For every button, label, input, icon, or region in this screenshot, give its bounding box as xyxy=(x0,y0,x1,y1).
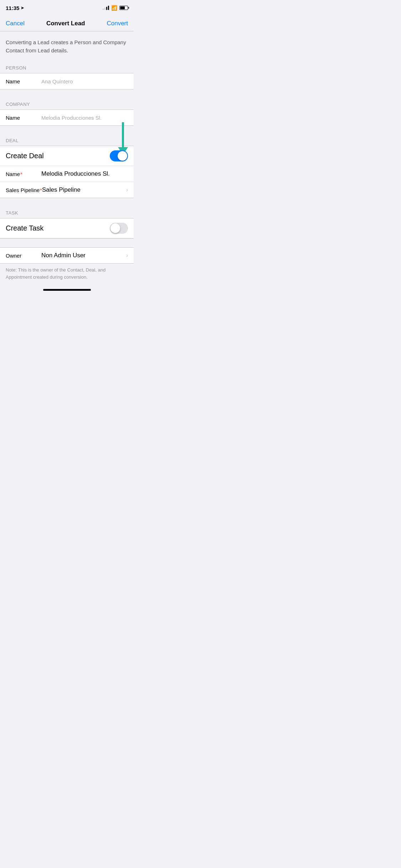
status-bar: 11:35 ➤ 📶 xyxy=(0,0,134,16)
person-name-label: Name xyxy=(6,78,41,84)
person-name-row: Name Ana Quintero xyxy=(0,73,134,89)
home-bar xyxy=(43,289,91,291)
deal-card: Create Deal Name Melodia Producciones Sl… xyxy=(0,146,134,198)
section-gap-4 xyxy=(0,239,134,247)
person-section-header: PERSON xyxy=(0,62,134,73)
create-deal-row: Create Deal xyxy=(0,146,134,166)
signal-icon xyxy=(103,6,109,10)
owner-card: Owner Non Admin User › xyxy=(0,247,134,264)
home-indicator xyxy=(0,286,134,292)
section-gap-3 xyxy=(0,198,134,207)
location-icon: ➤ xyxy=(21,6,24,10)
owner-value: Non Admin User xyxy=(41,252,125,259)
status-time: 11:35 ➤ xyxy=(6,5,24,11)
description-section: Converting a Lead creates a Person and C… xyxy=(0,31,134,62)
company-name-label: Name xyxy=(6,115,41,121)
deal-name-value: Melodia Producciones Sl. xyxy=(41,170,128,177)
person-card: Name Ana Quintero xyxy=(0,73,134,89)
sales-pipeline-label: Sales Pipeline xyxy=(6,187,42,193)
battery-icon xyxy=(119,6,128,10)
owner-label: Owner xyxy=(6,253,41,259)
person-header-label: PERSON xyxy=(6,65,26,71)
task-header-label: TASK xyxy=(6,210,18,216)
company-header-label: COMPANY xyxy=(6,102,30,107)
company-name-row: Name Melodia Producciones Sl. xyxy=(0,110,134,125)
time-display: 11:35 xyxy=(6,5,19,11)
description-text: Converting a Lead creates a Person and C… xyxy=(6,38,128,55)
section-gap-1 xyxy=(0,89,134,98)
nav-bar: Cancel Convert Lead Convert xyxy=(0,16,134,31)
create-task-row: Create Task xyxy=(0,218,134,238)
note-section: Note: This is the owner of the Contact, … xyxy=(0,264,134,286)
sales-pipeline-chevron-icon: › xyxy=(126,187,128,193)
company-card: Name Melodia Producciones Sl. xyxy=(0,109,134,126)
cancel-button[interactable]: Cancel xyxy=(6,20,25,27)
sales-pipeline-value: Sales Pipeline xyxy=(42,186,125,193)
company-section-header: COMPANY xyxy=(0,98,134,109)
company-name-value: Melodia Producciones Sl. xyxy=(41,115,128,121)
create-deal-toggle[interactable] xyxy=(110,150,128,161)
owner-chevron-icon: › xyxy=(126,252,128,259)
task-card: Create Task xyxy=(0,218,134,239)
status-icons: 📶 xyxy=(103,5,128,11)
create-deal-label: Create Deal xyxy=(6,152,44,160)
task-section-header: TASK xyxy=(0,207,134,218)
convert-button[interactable]: Convert xyxy=(107,20,128,27)
deal-header-label: DEAL xyxy=(6,138,19,143)
deal-section-header: DEAL xyxy=(0,134,134,146)
create-task-label: Create Task xyxy=(6,224,43,232)
page-title: Convert Lead xyxy=(46,20,85,27)
create-task-toggle[interactable] xyxy=(110,223,128,234)
deal-name-row[interactable]: Name Melodia Producciones Sl. xyxy=(0,166,134,182)
wifi-icon: 📶 xyxy=(111,5,117,11)
sales-pipeline-row[interactable]: Sales Pipeline Sales Pipeline › xyxy=(0,182,134,198)
note-text: Note: This is the owner of the Contact, … xyxy=(6,267,128,280)
person-name-value: Ana Quintero xyxy=(41,78,128,84)
section-gap-2 xyxy=(0,126,134,134)
deal-name-label: Name xyxy=(6,171,41,177)
owner-row[interactable]: Owner Non Admin User › xyxy=(0,248,134,263)
